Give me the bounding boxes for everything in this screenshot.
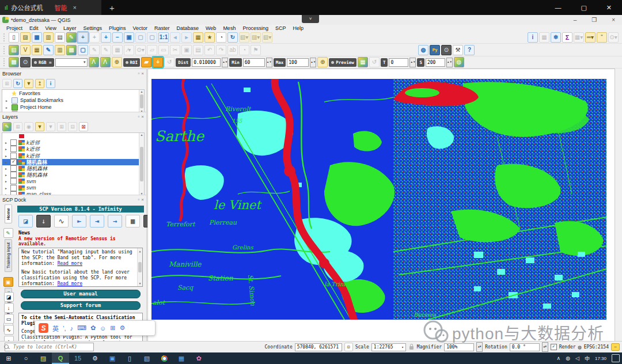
add-virtual-layer-icon[interactable]: ▢ [78, 45, 88, 55]
qgis-taskbar-icon[interactable]: Q [52, 352, 69, 364]
menu-item[interactable]: View [43, 25, 59, 31]
metasearch-icon[interactable]: ◍ [418, 45, 428, 55]
float-panel-icon[interactable]: ▫ [138, 197, 139, 202]
window-minimize-button[interactable]: – [574, 17, 577, 23]
ruler-side-icon[interactable]: ▭ [4, 314, 14, 324]
browser-tree-item[interactable]: ▸ Spatial Bookmarks [2, 97, 144, 104]
expand-all-icon[interactable]: ⊞ [57, 122, 66, 131]
band-set-side-icon[interactable]: ◪ [4, 292, 14, 302]
band-calc-icon[interactable]: ▦ [126, 215, 140, 227]
layer-checkbox[interactable] [10, 159, 17, 165]
s-spinner[interactable]: ▲▼ [446, 58, 453, 67]
browser-tree-item[interactable]: Favorites [2, 90, 144, 97]
tray-volume-icon[interactable]: ◁ [575, 355, 579, 361]
add-mesh-layer-icon[interactable]: ▥ [55, 45, 65, 55]
ime-emoji-icon[interactable]: ☺ [100, 325, 106, 332]
menu-item[interactable]: Processing [240, 25, 271, 31]
zoom-in-icon[interactable]: + [101, 32, 111, 43]
read-more-link[interactable]: Read more [58, 281, 82, 286]
menu-item[interactable]: Settings [80, 25, 105, 31]
min-spinner[interactable]: ▲▼ [266, 58, 272, 67]
pan-map-icon[interactable]: + [78, 32, 88, 43]
ime-apps-icon[interactable]: ⊞ [110, 324, 115, 332]
classification-map[interactable]: SartheRiverolt155le VinetTerrefortPierre… [151, 79, 606, 320]
add-wms-layer-icon[interactable]: ▩ [66, 45, 77, 55]
add-raster-layer-icon[interactable]: ▦ [32, 45, 42, 55]
toolbar-grip[interactable] [3, 33, 6, 41]
max-input[interactable]: 100 [287, 58, 309, 67]
manage-themes-icon[interactable]: ◉ [24, 122, 33, 131]
pin-labels-icon[interactable]: ⚑ [251, 45, 261, 55]
scp-zoom-icon[interactable]: ⊙ [20, 57, 31, 67]
roi-options-tab-icon[interactable]: ▣ [3, 276, 13, 287]
layer-checkbox[interactable] [10, 146, 17, 152]
remote-maximize-button[interactable]: ▢ [581, 4, 586, 12]
zoom-out-icon[interactable]: − [112, 32, 123, 43]
new-map-view-icon[interactable]: ▦ [193, 32, 203, 43]
save-project-icon[interactable]: ▦ [32, 32, 42, 43]
python-console-icon[interactable]: Py [430, 45, 440, 55]
search-layers-icon[interactable]: ⊙▾ [608, 32, 619, 43]
read-more-link[interactable]: Read more [58, 261, 82, 266]
menu-item[interactable]: Layer [60, 25, 79, 31]
processing-snowflake-icon[interactable]: ❄ [551, 32, 561, 43]
browser-scrollbar[interactable]: ▲▼ [139, 90, 144, 113]
map-canvas[interactable]: SartheRiverolt155le VinetTerrefortPierre… [147, 69, 615, 342]
menu-item[interactable]: Plugins [106, 25, 129, 31]
chrome-icon[interactable] [156, 352, 173, 364]
close-panel-icon[interactable]: × [141, 114, 144, 119]
menu-item[interactable]: SCP [272, 25, 289, 31]
calendar-app-icon[interactable]: 15 [69, 352, 86, 364]
phone-app-icon[interactable]: ▯ [121, 352, 138, 364]
temporal-controller-icon[interactable]: ◔ [216, 32, 226, 43]
zoom-to-selection-icon[interactable]: ▢ [135, 32, 146, 43]
messages-icon[interactable]: … [611, 343, 620, 351]
layer-diagram-icon[interactable]: ◔ [239, 45, 249, 55]
layer-row[interactable]: ▸ k近邻 [2, 153, 144, 159]
map-tips-icon[interactable]: “ [597, 32, 607, 43]
menu-item[interactable]: Raster [151, 25, 173, 31]
color-composite-icon[interactable]: ◍ [454, 57, 464, 67]
ime-punctuation-icon[interactable]: ’, [63, 325, 66, 332]
cortana-search-icon[interactable]: ○ [17, 352, 35, 364]
remote-close-button[interactable]: ✕ [606, 4, 612, 12]
layer-row[interactable]: ▸ k近邻 [2, 146, 144, 152]
filter-legend-icon[interactable]: ▼ [35, 122, 44, 131]
tray-network-icon[interactable]: ◍ [566, 355, 570, 361]
spectral-signature-icon[interactable]: Λ [89, 57, 99, 67]
spatial-bookmarks-icon[interactable]: ★ [204, 32, 215, 43]
max-spinner[interactable]: ▲▼ [310, 58, 316, 67]
action-center-icon[interactable] [612, 354, 620, 362]
band-set-icon[interactable]: ◪ [18, 215, 33, 227]
collapse-all-icon[interactable]: ↥ [35, 79, 44, 88]
zoom-to-layer-icon[interactable]: ▢ [147, 32, 157, 43]
dist-spinner[interactable]: ▲▼ [222, 58, 228, 67]
locator-input[interactable] [5, 343, 94, 351]
close-panel-icon[interactable]: × [141, 197, 144, 202]
menu-item[interactable]: Vector [130, 25, 150, 31]
preview-zoom-icon[interactable]: ⊕ [317, 57, 328, 67]
menu-item[interactable]: Edit [26, 25, 41, 31]
open-project-icon[interactable]: ▨ [20, 32, 31, 43]
style-manager-icon[interactable]: ✎ [66, 32, 77, 43]
menu-item[interactable]: Help [290, 25, 306, 31]
menu-item[interactable]: Database [174, 25, 202, 31]
ime-keyboard-icon[interactable]: ⌨ [77, 324, 86, 332]
layer-row[interactable]: ▸ svm [2, 178, 144, 184]
spectral-plot-icon[interactable]: ∿ [54, 215, 69, 227]
remove-layer-icon[interactable]: ⊠ [79, 122, 88, 131]
zoom-native-icon[interactable]: 1:1 [158, 32, 169, 43]
export-signatures-icon[interactable]: ⇥ [90, 215, 104, 227]
open-layer-styling-icon[interactable]: ✎ [2, 122, 12, 131]
processing-toolbox-icon[interactable]: ⚒ [453, 45, 463, 55]
layer-checkbox[interactable] [10, 153, 17, 159]
layer-checkbox[interactable] [10, 185, 17, 191]
ime-settings-icon[interactable]: ⚙ [120, 324, 126, 332]
new-shapefile-icon[interactable]: ✎ [43, 45, 54, 55]
tray-chevron-icon[interactable]: ∧ [557, 355, 561, 361]
roi-redo-icon[interactable]: ↺ [164, 57, 175, 67]
collapse-layers-icon[interactable]: ⊟ [68, 122, 77, 131]
save-edits-icon[interactable]: ▦ [112, 45, 123, 55]
labeling-icon[interactable]: ab [227, 45, 238, 55]
roi-zoom-icon[interactable]: ⊕ [112, 57, 122, 67]
